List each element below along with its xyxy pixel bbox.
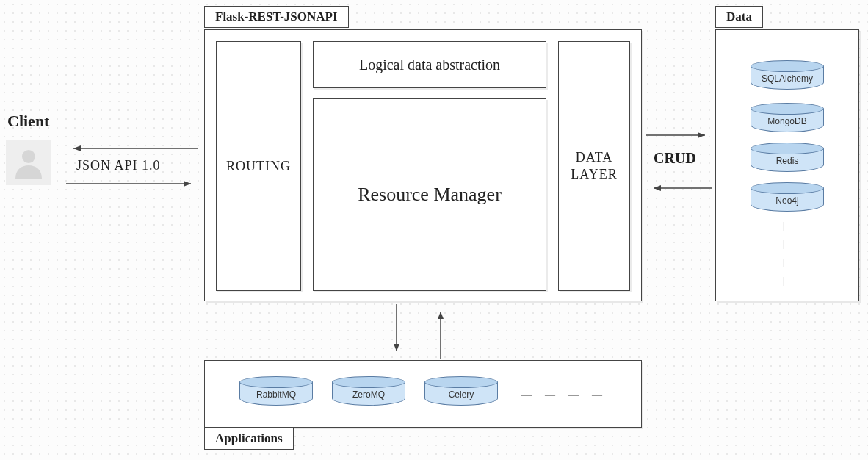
app-celery: Celery [424, 376, 498, 406]
crud-label: CRUD [654, 150, 696, 167]
svg-point-0 [22, 150, 35, 163]
client-avatar-icon [6, 140, 51, 185]
app-label: ZeroMQ [352, 389, 385, 400]
resource-manager-label: Resource Manager [358, 184, 502, 206]
data-layer-label: DATA LAYER [559, 149, 629, 184]
data-ellipsis-icon: |||| [783, 220, 784, 287]
applications-title-tab: Applications [204, 428, 294, 450]
arrow-client-right [66, 179, 198, 188]
arrow-apps-up [436, 304, 445, 359]
routing-label: ROUTING [226, 159, 291, 174]
api-version-label: JSON API 1.0 [76, 158, 161, 173]
db-label: SQLAlchemy [762, 73, 813, 84]
db-label: Redis [776, 156, 799, 166]
routing-box: ROUTING [216, 41, 301, 291]
db-sqlalchemy: SQLAlchemy [751, 60, 824, 90]
data-layer-box: DATA LAYER [558, 41, 630, 291]
client-label: Client [7, 112, 49, 131]
db-redis: Redis [751, 143, 824, 172]
arrow-apps-down [392, 304, 401, 359]
arrow-crud-left [646, 184, 712, 193]
svg-marker-6 [698, 132, 705, 138]
arrow-client-left [66, 144, 198, 153]
app-rabbitmq: RabbitMQ [239, 376, 313, 406]
svg-marker-12 [438, 312, 444, 319]
data-title-tab: Data [715, 6, 763, 28]
logical-abstraction-label: Logical data abstraction [359, 57, 500, 73]
resource-manager-box: Resource Manager [313, 98, 546, 291]
applications-ellipsis-icon: ———— [521, 389, 602, 401]
app-label: Celery [449, 389, 474, 400]
app-zeromq: ZeroMQ [332, 376, 405, 406]
db-label: Neo4j [775, 195, 798, 206]
arrow-crud-right [646, 131, 712, 140]
svg-marker-2 [73, 145, 81, 151]
app-label: RabbitMQ [256, 389, 296, 400]
db-mongodb: MongoDB [751, 103, 824, 132]
svg-marker-8 [654, 185, 661, 191]
framework-title-tab: Flask-REST-JSONAPI [204, 6, 349, 28]
svg-marker-10 [394, 344, 399, 351]
svg-marker-4 [184, 181, 191, 187]
db-label: MongoDB [767, 116, 806, 126]
db-neo4j: Neo4j [751, 182, 824, 212]
logical-abstraction-box: Logical data abstraction [313, 41, 546, 88]
